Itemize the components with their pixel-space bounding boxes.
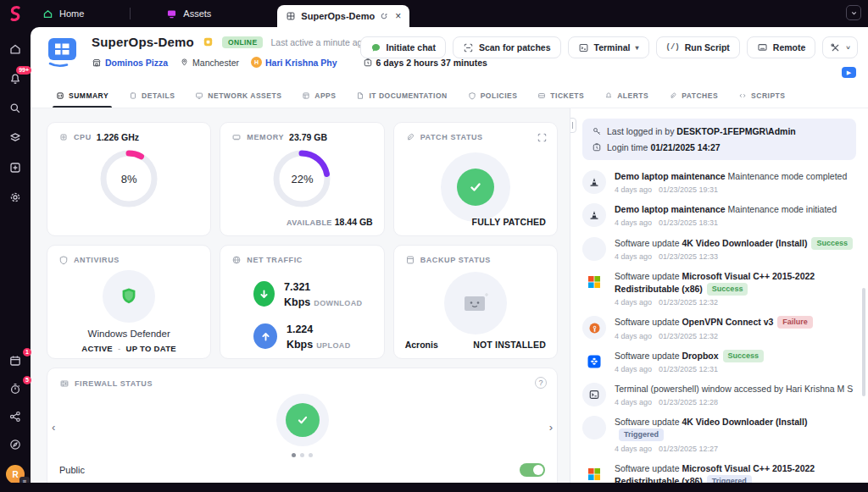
terminal-button[interactable]: Terminal ▾ (568, 36, 649, 58)
feed-item-terminal-accessed[interactable]: Terminal (powershell) window accessed by… (582, 383, 856, 408)
bottom-edge (0, 483, 868, 492)
antivirus-shield-icon (58, 255, 69, 265)
feed-item-msvc-success[interactable]: Software update Microsoft Visual C++ 201… (582, 270, 856, 308)
tab-it-documentation[interactable]: IT DOCUMENTATION (346, 83, 457, 108)
windows-device-icon (46, 37, 80, 83)
tab-apps[interactable]: APPS (292, 83, 346, 108)
green-shield-icon (118, 285, 140, 307)
status-badge: Success (707, 283, 748, 296)
feed-item-dropbox-success[interactable]: Software update DropboxSuccess 4 days ag… (582, 350, 856, 375)
panel-drag-handle[interactable] (570, 118, 576, 133)
patch-status-text: FULLY PATCHED (472, 217, 546, 227)
run-script-button[interactable]: (/) Run Script (656, 36, 740, 58)
feed-timestamp: 4 days ago01/23/2025 19:31 (615, 185, 847, 196)
script-icon: (/) (666, 43, 680, 52)
modules-layers-icon[interactable] (8, 130, 23, 146)
login-time-row: Login time 01/21/2025 14:27 (592, 142, 847, 152)
tab-policies[interactable]: POLICIES (458, 83, 528, 108)
asset-tab-superops-demo[interactable]: SuperOps-Demo × (277, 5, 409, 27)
generic-app-icon (582, 416, 606, 439)
tools-menu-button[interactable]: ˅ (822, 36, 858, 58)
carousel-next-icon[interactable]: › (549, 421, 553, 434)
tools-dropdown-caret: ˅ (846, 44, 850, 52)
scan-icon (463, 42, 474, 53)
status-badge: Triggered (619, 428, 664, 441)
schedule-calendar-icon[interactable]: 1 (8, 353, 23, 368)
antivirus-status: ACTIVE-UP TO DATE (58, 344, 199, 353)
user-avatar[interactable]: R ⌗ (6, 465, 25, 484)
initiate-chat-button[interactable]: Initiate chat (360, 36, 446, 58)
carousel-prev-icon[interactable]: ‹ (52, 421, 55, 434)
play-icon: ▶ (847, 69, 851, 75)
feed-item-msvc-triggered[interactable]: Software update Microsoft Visual C++ 201… (582, 462, 856, 483)
not-installed-box-icon (460, 290, 491, 316)
add-new-icon[interactable] (8, 160, 23, 175)
login-info-box: Last logged in by DESKTOP-1FEPMGR\Admin … (582, 119, 856, 160)
location-pin-icon (180, 58, 189, 67)
timer-stopwatch-icon[interactable]: 5 (8, 381, 23, 396)
last-logged-in-row: Last logged in by DESKTOP-1FEPMGR\Admin (592, 126, 847, 136)
feed-timestamp: 4 days ago01/23/2025 12:32 (615, 297, 856, 308)
nav-home[interactable]: Home (31, 8, 96, 19)
carousel-dot[interactable] (309, 453, 313, 457)
superops-logo-icon[interactable] (6, 4, 25, 26)
memory-available: AVAILABLE18.44 GB (287, 217, 373, 227)
memory-card: MEMORY 23.79 GB 22% AVAILABLE18.44 GB (220, 122, 384, 236)
tab-summary[interactable]: SUMMARY (46, 83, 119, 108)
feed-item-maintenance-initiated[interactable]: Demo laptop maintenance Maintenance mode… (582, 203, 856, 229)
download-row: 7.321 KbpsDOWNLOAD (253, 279, 372, 309)
collapse-chevron-icon[interactable] (846, 5, 861, 20)
feed-item-openvpn-failure[interactable]: Software update OpenVPN Connect v3Failur… (582, 316, 856, 341)
home-icon[interactable] (8, 41, 23, 57)
action-buttons: Initiate chat Scan for patches Terminal … (360, 36, 858, 58)
remote-button[interactable]: Remote (747, 36, 816, 58)
asset-title: SuperOps-Demo (92, 35, 194, 49)
backup-product: Acronis (405, 340, 438, 350)
carousel-dot[interactable] (300, 453, 304, 457)
feed-item-4k-downloader-triggered[interactable]: Software update 4K Video Downloader (Ins… (582, 416, 856, 454)
tab-patches[interactable]: PATCHES (659, 83, 728, 108)
explore-compass-icon[interactable] (8, 437, 23, 452)
notifications-bell-icon[interactable]: 99+ (8, 71, 23, 86)
feed-scrollbar[interactable] (862, 288, 865, 396)
terminal-window-icon (582, 383, 606, 406)
feed-item-maintenance-completed[interactable]: Demo laptop maintenance Maintenance mode… (582, 170, 856, 196)
patch-status-indicator (441, 152, 510, 222)
search-icon[interactable] (8, 101, 23, 116)
antivirus-card: ANTIVIRUS Windows Defender ACTIVE-UP TO … (47, 245, 211, 359)
terminal-dropdown-caret: ▾ (636, 44, 639, 52)
close-tab-icon[interactable]: × (395, 10, 401, 22)
firewall-icon (59, 379, 70, 389)
tab-tickets[interactable]: TICKETS (527, 83, 594, 108)
settings-gear-icon[interactable] (8, 190, 23, 205)
nav-assets[interactable]: Assets (154, 8, 223, 19)
patches-icon (669, 91, 677, 100)
tab-details[interactable]: DETAILS (119, 83, 185, 108)
tab-alerts[interactable]: ALERTS (594, 83, 659, 108)
feed-timestamp: 4 days ago01/23/2025 12:32 (615, 331, 813, 342)
feed-item-4k-downloader-success[interactable]: Software update 4K Video Downloader (Ins… (582, 237, 856, 263)
activity-feed: Demo laptop maintenance Maintenance mode… (582, 170, 856, 483)
cpu-card: CPU 1.226 GHz 8% (47, 122, 211, 236)
tab-network-assets[interactable]: NETWORK ASSETS (185, 83, 292, 108)
status-badge: Failure (777, 316, 813, 329)
carousel-dot[interactable] (292, 453, 296, 457)
calendar-count-badge: 1 (23, 348, 31, 357)
firewall-profile-label: Public (59, 465, 85, 475)
remote-screen-icon (757, 42, 768, 53)
terminal-icon (578, 42, 589, 53)
apps-icon (302, 91, 310, 100)
network-assets-icon (195, 91, 203, 100)
share-network-icon[interactable] (8, 409, 23, 424)
video-play-button[interactable]: ▶ (842, 67, 856, 78)
key-icon (592, 126, 602, 136)
client-link[interactable]: Dominos Pizza (92, 58, 168, 68)
technician-link[interactable]: H Hari Krishna Phy (251, 57, 337, 68)
patch-scan-icon[interactable] (537, 131, 548, 146)
firewall-indicator (276, 394, 329, 446)
tab-scripts[interactable]: SCRIPTS (728, 83, 795, 108)
scan-for-patches-button[interactable]: Scan for patches (453, 36, 561, 58)
firewall-public-toggle[interactable] (520, 463, 545, 477)
backup-status-card: BACKUP STATUS Acronis NOT INSTALLED (393, 245, 558, 359)
firewall-help-icon[interactable]: ? (535, 377, 547, 389)
